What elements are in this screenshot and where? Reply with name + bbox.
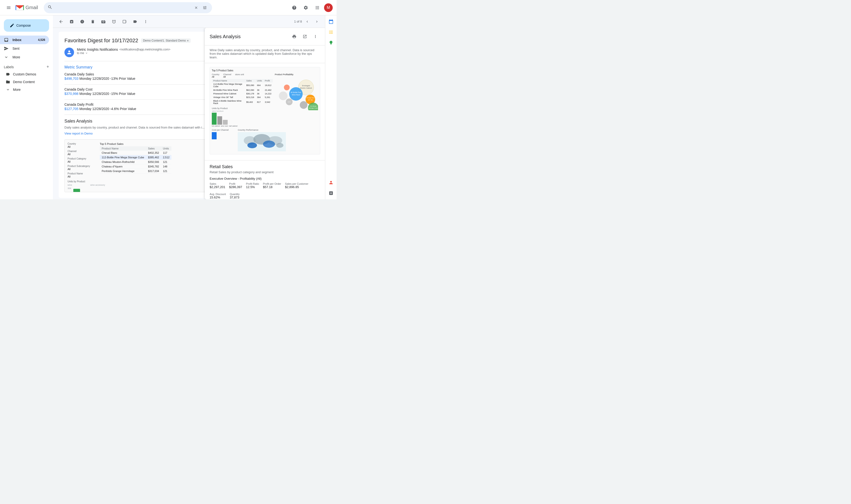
sender-avatar <box>65 48 74 57</box>
table-row: 112-Bottle Pine Mega Storage Cube$385,46… <box>100 155 171 160</box>
apps-button[interactable] <box>313 3 322 13</box>
email-subject: Favorites Digest for 10/17/2022 <box>65 37 138 44</box>
more-label: More <box>13 55 20 59</box>
inbox-badge: 4,526 <box>38 38 45 41</box>
sidebar-item-inbox[interactable]: Inbox 4,526 <box>0 36 49 44</box>
sidebar-item-sent[interactable]: Sent <box>0 44 49 53</box>
more-options-button[interactable] <box>141 17 150 26</box>
keep-button[interactable] <box>327 38 335 47</box>
custom-demos-label: Custom Demos <box>13 72 36 76</box>
back-button[interactable] <box>57 17 65 26</box>
contacts-button[interactable] <box>327 178 335 187</box>
popup-overlay: Sales Analysis Wine Daily sa <box>205 28 325 199</box>
popup-more-button[interactable] <box>311 32 320 41</box>
popup-chart-row: Country All Channel All store unit <box>212 73 318 127</box>
right-sidebar <box>325 15 336 199</box>
search-input[interactable]: label:demo-content-1.-standard-demo <box>54 5 191 10</box>
popup-map-row: Cost per Channel Country Performance <box>212 129 318 152</box>
popup-print-button[interactable] <box>290 32 299 41</box>
popup-actions <box>290 32 320 41</box>
svg-text:Electric Cabinet: Electric Cabinet <box>300 87 312 89</box>
to-me: to me <box>77 51 84 55</box>
table-row: Cheval Blanc$402,352117 <box>100 151 171 155</box>
snooze-button[interactable] <box>110 17 118 26</box>
page-info: 1 of 8 <box>294 17 321 26</box>
popup-mini-table: Country All Channel All store unit <box>212 73 273 127</box>
gmail-logo: Gmail <box>15 4 38 11</box>
compose-button[interactable]: Compose <box>4 19 49 32</box>
svg-point-13 <box>300 101 308 109</box>
svg-text:Wine Rack: Wine Rack <box>292 94 300 96</box>
sender-name: Metric Insights Notifications <box>77 48 118 51</box>
tasks-button[interactable] <box>120 17 129 26</box>
search-options-button[interactable] <box>202 4 208 11</box>
tag-close-button[interactable]: ✕ <box>187 39 189 42</box>
menu-button[interactable] <box>4 3 14 13</box>
kpi-sales-per-customer: Sales per Customer $2,896.85 <box>285 182 309 189</box>
popup-description: Wine Daily sales analysis by country, pr… <box>205 46 325 63</box>
kpi-profit-per-order: Profit per Order $57.18 <box>263 182 281 189</box>
svg-point-14 <box>279 91 288 100</box>
sidebar-item-more[interactable]: More <box>0 53 49 61</box>
main-layout: Compose Inbox 4,526 Sent More Labels + <box>0 15 336 199</box>
svg-point-25 <box>276 143 283 148</box>
inbox-label: Inbox <box>13 38 21 42</box>
view-report-link[interactable]: View report in Demo <box>65 132 93 135</box>
table-row: Penfolds Grange Hermitage$317,034121 <box>100 169 171 174</box>
kpi-quantity: Quantity 37,873 <box>230 193 240 199</box>
label-button[interactable] <box>131 17 139 26</box>
settings-button[interactable] <box>301 3 311 13</box>
chart-filters: Country All Channel All Product Category… <box>68 142 94 178</box>
popup-title: Sales Analysis <box>210 34 241 39</box>
svg-point-24 <box>263 141 275 148</box>
svg-text:wine: wine <box>288 101 291 103</box>
help-button[interactable] <box>290 3 299 13</box>
kpi-avg-discount: Avg. Discount 15.62% <box>210 193 226 199</box>
gmail-text: Gmail <box>25 5 38 10</box>
kpi-profit: Profit $286,397 <box>229 182 242 189</box>
tasks-right-button[interactable] <box>327 28 335 37</box>
more2-label: More <box>13 88 21 91</box>
labels-header: Labels + <box>4 64 49 70</box>
page-count: 1 of 8 <box>294 20 302 23</box>
label-custom-demos[interactable]: Custom Demos <box>4 70 49 78</box>
svg-text:36" Tall: 36" Tall <box>308 99 313 101</box>
next-page-button[interactable] <box>313 17 321 26</box>
bar-0 <box>73 189 80 192</box>
add-extension-button[interactable] <box>327 189 335 197</box>
svg-point-15 <box>284 85 290 90</box>
search-bar: label:demo-content-1.-standard-demo <box>44 2 212 13</box>
popup-header: Sales Analysis <box>205 28 325 46</box>
label-demo-content[interactable]: Demo Content <box>4 78 49 86</box>
delete-button[interactable] <box>88 17 97 26</box>
archive-button[interactable] <box>67 17 76 26</box>
svg-text:112-Bottle: 112-Bottle <box>310 106 317 107</box>
email-content: Favorites Digest for 10/17/2022 Demo Con… <box>53 28 325 199</box>
sender-email: <notifications@app.metricinsights.com> <box>119 48 170 51</box>
bubble-chart: Product Profitability Envisaged Electric… <box>275 73 318 127</box>
prev-page-button[interactable] <box>303 17 312 26</box>
retail-sales-section: Retail Sales Retail Sales by product cat… <box>205 161 325 199</box>
search-clear-button[interactable] <box>193 4 199 11</box>
sidebar-item-more2[interactable]: More <box>4 86 49 93</box>
mark-unread-button[interactable] <box>99 17 108 26</box>
executive-overview: Executive Overview - Profitability (All) <box>210 177 320 180</box>
svg-text:66 Bottle Pine: 66 Bottle Pine <box>291 91 301 93</box>
add-label-button[interactable]: + <box>47 65 49 69</box>
email-area: 1 of 8 Favorites Digest for 10/17/2022 D… <box>53 15 325 199</box>
top-right-actions: M <box>290 3 333 13</box>
report-spam-button[interactable] <box>78 17 87 26</box>
svg-text:Envisaged: Envisaged <box>302 85 310 87</box>
popup-expand-button[interactable] <box>300 32 310 41</box>
popup-sales-chart-section: Top 5 Product Sales Country All <box>205 63 325 161</box>
search-icon <box>48 5 52 11</box>
email-toolbar: 1 of 8 <box>53 15 325 28</box>
avatar[interactable]: M <box>324 3 333 12</box>
kpi-profit-ratio: Profit Ratio 12.5% <box>246 182 259 189</box>
svg-point-23 <box>247 142 257 148</box>
table-row: Chateau d'Yquem$345,782148 <box>100 164 171 169</box>
kpi-row: Sales $2,297,201 Profit $286,397 Profit … <box>210 182 320 199</box>
calendar-button[interactable] <box>327 17 335 26</box>
retail-title: Retail Sales <box>210 164 320 169</box>
labels-section: Labels + Custom Demos Demo Content More <box>0 61 53 95</box>
